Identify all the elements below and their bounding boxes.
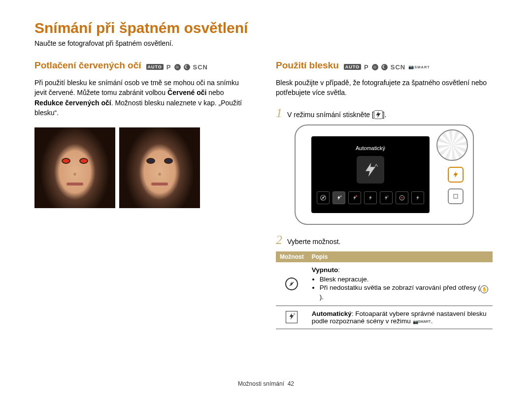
row-title: Vypnuto [312,266,338,274]
mode-scn-icon: SCN [193,63,208,71]
mode-badges-flash: AUTO P ☺ ☾ SCN 📷SMART [344,63,430,71]
mode-p-icon: P [364,63,369,71]
flash-off-icon [285,278,298,290]
mode-portrait-icon: ☺ [372,64,378,70]
svg-point-4 [356,195,358,197]
lcd-opt-extra [411,191,424,204]
lcd-opt-redeye-fix [396,191,408,204]
page-footer: Možnosti snímání 42 [0,380,532,387]
example-photo-row [34,127,251,208]
redeye-body: Při použití blesku ke snímání osob ve tm… [34,78,251,118]
svg-rect-8 [454,194,458,198]
camera-lcd: Automatický A A S [311,136,430,213]
example-photo-corrected [119,127,200,208]
lcd-opt-fill [364,191,377,204]
shake-warning-icon: ✋ [480,285,488,293]
mode-smart-icon: 📷SMART [408,64,430,69]
step-2: 2 Vyberte možnost. [276,234,493,247]
lcd-opt-slow: S [380,191,393,204]
lcd-option-row: A S [317,191,424,204]
camera-mode-dial [436,129,468,161]
mode-auto-icon: AUTO [146,64,164,70]
heading-flash: Použití blesku [276,60,339,71]
svg-text:A: A [375,162,378,168]
heading-redeye: Potlačení červených očí [34,60,141,71]
camera-illustration: Automatický A A S [295,124,474,225]
lcd-selected-icon: A [357,156,384,184]
column-flash: Použití blesku AUTO P ☺ ☾ SCN 📷SMART Ble… [276,60,493,329]
table-head-desc: Popis [308,251,493,262]
lcd-opt-off [317,191,330,204]
step-1-number: 1 [276,107,282,120]
mode-portrait-icon: ☺ [174,64,181,70]
lcd-mode-label: Automatický [356,145,385,151]
mode-p-icon: P [166,63,171,71]
table-row: A Automatický: Fotoaparát vybere správné… [276,306,493,329]
camera-other-button [448,188,464,204]
row-bullet: Blesk nepracuje. [320,276,489,283]
lcd-opt-redeye [348,191,361,204]
flash-smart-auto-icon: A [286,311,298,323]
flash-options-table: Možnost Popis Vypnuto: Blesk nepracuje. … [276,251,493,329]
mode-auto-icon: AUTO [344,64,361,70]
example-photo-redeye [34,127,115,208]
row-bullet: Při nedostatku světla se zobrazí varován… [320,284,489,301]
step-2-number: 2 [276,234,282,247]
mode-badges-redeye: AUTO P ☺ ☾ SCN [146,63,208,71]
svg-text:S: S [387,195,389,197]
svg-point-7 [401,197,403,199]
svg-text:A: A [340,195,342,197]
page-lead: Naučte se fotografovat při špatném osvět… [34,39,498,47]
mode-scn-icon: SCN [391,63,405,71]
table-row: Vypnuto: Blesk nepracuje. Při nedostatku… [276,262,493,306]
table-head-option: Možnost [276,251,308,262]
mode-smart-icon: 📷SMART [413,319,431,324]
page-title: Snímání při špatném osvětlení [34,20,498,36]
lcd-opt-auto: A [332,191,345,204]
svg-text:A: A [294,312,296,315]
flash-button-icon [374,110,383,119]
flash-body: Blesk použijte v případě, že fotografuje… [276,78,493,98]
row-desc: Automatický: Fotoaparát vybere správné n… [308,306,493,329]
mode-night-icon: ☾ [184,64,190,70]
step-1: 1 V režimu snímání stiskněte [ ]. [276,107,493,120]
column-redeye: Potlačení červených očí AUTO P ☺ ☾ SCN P… [34,60,251,329]
camera-flash-button [448,167,464,183]
mode-night-icon: ☾ [381,64,388,70]
